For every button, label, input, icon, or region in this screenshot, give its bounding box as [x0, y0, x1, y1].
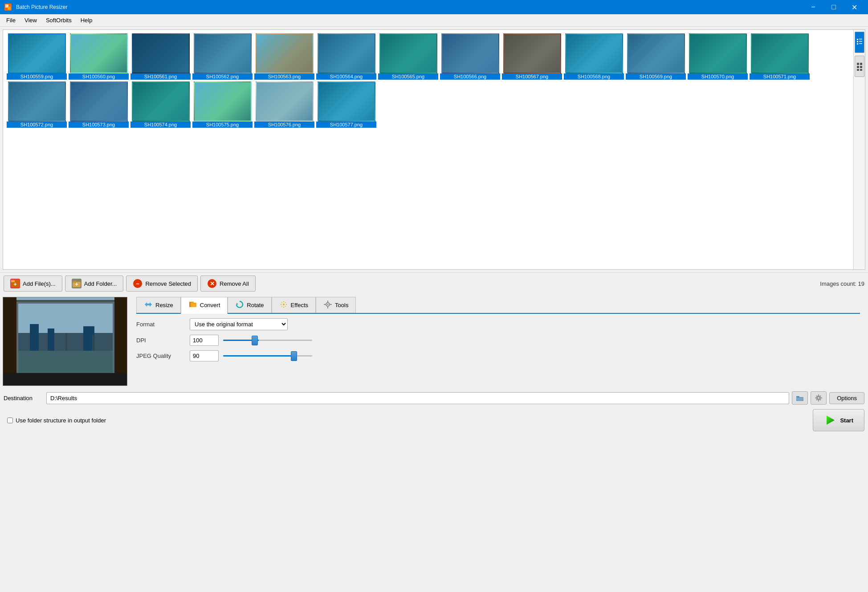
dpi-slider-thumb[interactable]: [252, 336, 258, 345]
remove-all-label: Remove All: [220, 280, 249, 287]
thumb-label: SH100567.png: [502, 73, 562, 80]
svg-text:+: +: [13, 281, 17, 288]
tab-rotate-label: Rotate: [247, 302, 264, 308]
remove-selected-icon: −: [133, 279, 143, 288]
gallery-item[interactable]: SH100574.png: [130, 81, 191, 128]
svg-marker-71: [827, 416, 835, 425]
checkbox-start-row: Use folder structure in output folder St…: [0, 407, 868, 433]
svg-rect-7: [857, 43, 858, 45]
remove-all-button[interactable]: ✕ Remove All: [200, 276, 256, 292]
tools-tab-icon: [323, 300, 332, 310]
gallery-item[interactable]: SH100577.png: [316, 81, 376, 128]
tab-resize[interactable]: Resize: [136, 297, 181, 313]
svg-rect-62: [818, 394, 819, 396]
gallery-item[interactable]: SH100573.png: [69, 81, 129, 128]
menu-view[interactable]: View: [20, 15, 41, 25]
thumb-label: SH100576.png: [254, 122, 314, 128]
svg-line-51: [281, 306, 282, 307]
format-label: Format: [136, 321, 185, 328]
gallery-item[interactable]: SH100567.png: [502, 33, 562, 80]
thumb-label: SH100573.png: [69, 122, 129, 128]
tab-effects[interactable]: Effects: [272, 297, 316, 313]
tab-convert-label: Convert: [200, 302, 220, 308]
gallery-item[interactable]: SH100561.png: [130, 33, 191, 80]
add-files-button[interactable]: + Add File(s)...: [4, 276, 62, 292]
jpeg-quality-slider-track: [223, 355, 312, 357]
gallery-item[interactable]: SH100568.png: [564, 33, 624, 80]
svg-marker-42: [236, 303, 238, 304]
gallery-item[interactable]: SH100563.png: [254, 33, 314, 80]
dpi-input[interactable]: [190, 335, 219, 346]
dpi-slider-container: [223, 336, 860, 345]
svg-point-43: [283, 304, 285, 305]
dpi-label: DPI: [136, 337, 185, 344]
convert-settings: Format Use the original format JPEG PNG …: [136, 318, 860, 361]
add-folder-button[interactable]: + Add Folder...: [65, 276, 124, 292]
close-button[interactable]: ✕: [844, 0, 864, 14]
gallery-item[interactable]: SH100564.png: [316, 33, 376, 80]
svg-point-60: [817, 397, 820, 399]
preview-pane: [3, 297, 127, 386]
tab-convert[interactable]: Convert: [181, 297, 228, 314]
gallery-item[interactable]: SH100566.png: [440, 33, 500, 80]
effects-tab-icon: [279, 300, 288, 310]
settings-pane: Resize Convert: [131, 297, 865, 386]
svg-rect-8: [859, 43, 862, 44]
gallery-item[interactable]: SH100571.png: [750, 33, 810, 80]
gallery-item[interactable]: SH100565.png: [378, 33, 438, 80]
svg-rect-4: [859, 39, 862, 40]
options-button[interactable]: Options: [829, 392, 864, 404]
list-view-button[interactable]: [855, 32, 864, 53]
jpeg-quality-input[interactable]: [190, 350, 219, 361]
svg-rect-11: [857, 66, 859, 68]
svg-rect-6: [859, 41, 862, 42]
svg-text:✕: ✕: [210, 280, 215, 287]
add-folder-icon: +: [72, 279, 82, 288]
minimize-button[interactable]: −: [803, 0, 823, 14]
gallery-item[interactable]: SH100559.png: [7, 33, 67, 80]
remove-selected-button[interactable]: − Remove Selected: [126, 276, 198, 292]
svg-rect-2: [8, 7, 11, 10]
svg-rect-38: [3, 373, 127, 386]
gallery-item[interactable]: SH100575.png: [192, 81, 253, 128]
remove-all-icon: ✕: [207, 279, 217, 288]
svg-rect-5: [857, 41, 858, 42]
gallery-item[interactable]: SH100569.png: [626, 33, 686, 80]
preview-image: [3, 297, 127, 385]
gallery-item[interactable]: SH100572.png: [7, 81, 67, 128]
thumb-label: SH100560.png: [69, 73, 129, 80]
gallery-item[interactable]: SH100576.png: [254, 81, 314, 128]
gallery-item[interactable]: SH100562.png: [192, 33, 253, 80]
grid-view-button[interactable]: [855, 56, 864, 77]
maximize-button[interactable]: □: [823, 0, 844, 14]
tab-rotate[interactable]: Rotate: [228, 297, 271, 313]
start-button[interactable]: Start: [813, 409, 864, 431]
gallery-item[interactable]: SH100560.png: [69, 33, 129, 80]
svg-rect-54: [327, 300, 328, 302]
dpi-row: DPI: [136, 335, 860, 346]
app-icon: [4, 3, 12, 12]
gallery-item[interactable]: SH100570.png: [688, 33, 748, 80]
thumb-label: SH100572.png: [7, 122, 67, 128]
svg-rect-9: [857, 63, 859, 65]
jpeg-quality-slider-thumb[interactable]: [291, 351, 297, 361]
format-select[interactable]: Use the original format JPEG PNG BMP TIF…: [190, 318, 288, 330]
menu-help[interactable]: Help: [76, 15, 97, 25]
thumb-label: SH100565.png: [378, 73, 438, 80]
menu-softorbits[interactable]: SoftOrbits: [41, 15, 76, 25]
jpeg-quality-slider-container: [223, 352, 860, 361]
window-controls: − □ ✕: [803, 0, 864, 14]
svg-line-49: [285, 306, 286, 307]
app-title: Batch Picture Resizer: [16, 4, 799, 10]
menu-file[interactable]: File: [2, 15, 20, 25]
destination-input[interactable]: [46, 392, 789, 404]
folder-structure-checkbox[interactable]: [7, 418, 13, 423]
gallery-sidebar: [853, 30, 865, 269]
destination-row: Destination Options: [0, 389, 868, 407]
tab-tools[interactable]: Tools: [316, 297, 356, 313]
destination-browse-button[interactable]: [792, 391, 808, 405]
gear-button[interactable]: [811, 391, 827, 405]
titlebar: Batch Picture Resizer − □ ✕: [0, 0, 868, 14]
add-files-label: Add File(s)...: [23, 280, 56, 287]
svg-line-50: [285, 302, 286, 303]
